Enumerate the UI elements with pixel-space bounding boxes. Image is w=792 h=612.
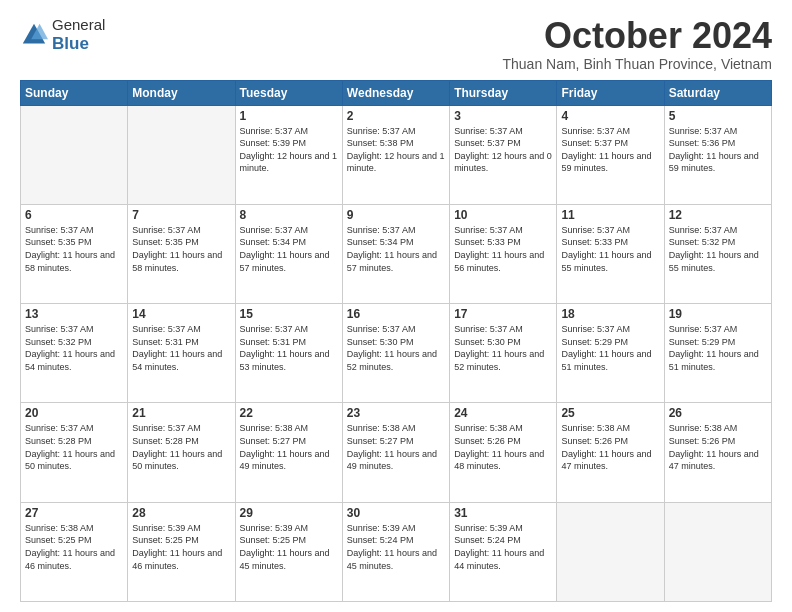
table-row: 12Sunrise: 5:37 AMSunset: 5:32 PMDayligh… [664, 204, 771, 303]
day-detail: Sunrise: 5:37 AMSunset: 5:31 PMDaylight:… [240, 323, 338, 373]
day-number: 31 [454, 506, 552, 520]
calendar-week-row: 1Sunrise: 5:37 AMSunset: 5:39 PMDaylight… [21, 105, 772, 204]
table-row: 13Sunrise: 5:37 AMSunset: 5:32 PMDayligh… [21, 304, 128, 403]
table-row [128, 105, 235, 204]
table-row: 10Sunrise: 5:37 AMSunset: 5:33 PMDayligh… [450, 204, 557, 303]
day-detail: Sunrise: 5:37 AMSunset: 5:30 PMDaylight:… [347, 323, 445, 373]
day-detail: Sunrise: 5:38 AMSunset: 5:25 PMDaylight:… [25, 522, 123, 572]
logo-general: General [52, 16, 105, 34]
day-number: 17 [454, 307, 552, 321]
table-row: 16Sunrise: 5:37 AMSunset: 5:30 PMDayligh… [342, 304, 449, 403]
col-tuesday: Tuesday [235, 80, 342, 105]
day-detail: Sunrise: 5:38 AMSunset: 5:27 PMDaylight:… [347, 422, 445, 472]
table-row: 21Sunrise: 5:37 AMSunset: 5:28 PMDayligh… [128, 403, 235, 502]
calendar-header-row: Sunday Monday Tuesday Wednesday Thursday… [21, 80, 772, 105]
day-number: 13 [25, 307, 123, 321]
calendar-week-row: 13Sunrise: 5:37 AMSunset: 5:32 PMDayligh… [21, 304, 772, 403]
table-row: 19Sunrise: 5:37 AMSunset: 5:29 PMDayligh… [664, 304, 771, 403]
table-row [557, 502, 664, 601]
table-row: 5Sunrise: 5:37 AMSunset: 5:36 PMDaylight… [664, 105, 771, 204]
calendar-table: Sunday Monday Tuesday Wednesday Thursday… [20, 80, 772, 602]
table-row: 4Sunrise: 5:37 AMSunset: 5:37 PMDaylight… [557, 105, 664, 204]
day-detail: Sunrise: 5:37 AMSunset: 5:29 PMDaylight:… [561, 323, 659, 373]
day-detail: Sunrise: 5:37 AMSunset: 5:28 PMDaylight:… [132, 422, 230, 472]
table-row [664, 502, 771, 601]
title-section: October 2024 Thuan Nam, Binh Thuan Provi… [502, 16, 772, 72]
day-number: 18 [561, 307, 659, 321]
day-detail: Sunrise: 5:39 AMSunset: 5:25 PMDaylight:… [132, 522, 230, 572]
day-number: 22 [240, 406, 338, 420]
table-row: 11Sunrise: 5:37 AMSunset: 5:33 PMDayligh… [557, 204, 664, 303]
day-number: 27 [25, 506, 123, 520]
day-detail: Sunrise: 5:37 AMSunset: 5:35 PMDaylight:… [132, 224, 230, 274]
table-row: 30Sunrise: 5:39 AMSunset: 5:24 PMDayligh… [342, 502, 449, 601]
day-detail: Sunrise: 5:37 AMSunset: 5:29 PMDaylight:… [669, 323, 767, 373]
table-row: 18Sunrise: 5:37 AMSunset: 5:29 PMDayligh… [557, 304, 664, 403]
day-number: 20 [25, 406, 123, 420]
table-row [21, 105, 128, 204]
day-number: 14 [132, 307, 230, 321]
table-row: 27Sunrise: 5:38 AMSunset: 5:25 PMDayligh… [21, 502, 128, 601]
day-detail: Sunrise: 5:38 AMSunset: 5:26 PMDaylight:… [561, 422, 659, 472]
day-number: 5 [669, 109, 767, 123]
day-detail: Sunrise: 5:37 AMSunset: 5:32 PMDaylight:… [25, 323, 123, 373]
day-detail: Sunrise: 5:37 AMSunset: 5:39 PMDaylight:… [240, 125, 338, 175]
table-row: 26Sunrise: 5:38 AMSunset: 5:26 PMDayligh… [664, 403, 771, 502]
header: General Blue October 2024 Thuan Nam, Bin… [20, 16, 772, 72]
table-row: 3Sunrise: 5:37 AMSunset: 5:37 PMDaylight… [450, 105, 557, 204]
table-row: 8Sunrise: 5:37 AMSunset: 5:34 PMDaylight… [235, 204, 342, 303]
logo-icon [20, 21, 48, 49]
day-number: 19 [669, 307, 767, 321]
day-number: 25 [561, 406, 659, 420]
day-number: 4 [561, 109, 659, 123]
day-detail: Sunrise: 5:37 AMSunset: 5:35 PMDaylight:… [25, 224, 123, 274]
logo-blue: Blue [52, 34, 105, 54]
day-number: 8 [240, 208, 338, 222]
day-detail: Sunrise: 5:37 AMSunset: 5:34 PMDaylight:… [347, 224, 445, 274]
day-detail: Sunrise: 5:37 AMSunset: 5:37 PMDaylight:… [561, 125, 659, 175]
table-row: 24Sunrise: 5:38 AMSunset: 5:26 PMDayligh… [450, 403, 557, 502]
day-number: 29 [240, 506, 338, 520]
day-number: 12 [669, 208, 767, 222]
table-row: 7Sunrise: 5:37 AMSunset: 5:35 PMDaylight… [128, 204, 235, 303]
table-row: 15Sunrise: 5:37 AMSunset: 5:31 PMDayligh… [235, 304, 342, 403]
calendar-week-row: 20Sunrise: 5:37 AMSunset: 5:28 PMDayligh… [21, 403, 772, 502]
table-row: 28Sunrise: 5:39 AMSunset: 5:25 PMDayligh… [128, 502, 235, 601]
day-detail: Sunrise: 5:38 AMSunset: 5:27 PMDaylight:… [240, 422, 338, 472]
day-detail: Sunrise: 5:37 AMSunset: 5:28 PMDaylight:… [25, 422, 123, 472]
day-detail: Sunrise: 5:39 AMSunset: 5:25 PMDaylight:… [240, 522, 338, 572]
table-row: 31Sunrise: 5:39 AMSunset: 5:24 PMDayligh… [450, 502, 557, 601]
day-number: 7 [132, 208, 230, 222]
col-wednesday: Wednesday [342, 80, 449, 105]
table-row: 29Sunrise: 5:39 AMSunset: 5:25 PMDayligh… [235, 502, 342, 601]
day-number: 24 [454, 406, 552, 420]
day-number: 10 [454, 208, 552, 222]
col-monday: Monday [128, 80, 235, 105]
table-row: 6Sunrise: 5:37 AMSunset: 5:35 PMDaylight… [21, 204, 128, 303]
day-detail: Sunrise: 5:39 AMSunset: 5:24 PMDaylight:… [454, 522, 552, 572]
calendar-week-row: 27Sunrise: 5:38 AMSunset: 5:25 PMDayligh… [21, 502, 772, 601]
day-number: 15 [240, 307, 338, 321]
col-saturday: Saturday [664, 80, 771, 105]
table-row: 20Sunrise: 5:37 AMSunset: 5:28 PMDayligh… [21, 403, 128, 502]
day-detail: Sunrise: 5:37 AMSunset: 5:30 PMDaylight:… [454, 323, 552, 373]
day-detail: Sunrise: 5:38 AMSunset: 5:26 PMDaylight:… [454, 422, 552, 472]
day-number: 2 [347, 109, 445, 123]
table-row: 17Sunrise: 5:37 AMSunset: 5:30 PMDayligh… [450, 304, 557, 403]
day-number: 3 [454, 109, 552, 123]
day-detail: Sunrise: 5:37 AMSunset: 5:37 PMDaylight:… [454, 125, 552, 175]
month-title: October 2024 [502, 16, 772, 56]
day-number: 23 [347, 406, 445, 420]
day-detail: Sunrise: 5:37 AMSunset: 5:32 PMDaylight:… [669, 224, 767, 274]
day-number: 9 [347, 208, 445, 222]
day-detail: Sunrise: 5:37 AMSunset: 5:31 PMDaylight:… [132, 323, 230, 373]
col-sunday: Sunday [21, 80, 128, 105]
table-row: 1Sunrise: 5:37 AMSunset: 5:39 PMDaylight… [235, 105, 342, 204]
col-thursday: Thursday [450, 80, 557, 105]
day-number: 11 [561, 208, 659, 222]
col-friday: Friday [557, 80, 664, 105]
day-detail: Sunrise: 5:37 AMSunset: 5:33 PMDaylight:… [561, 224, 659, 274]
day-number: 6 [25, 208, 123, 222]
table-row: 23Sunrise: 5:38 AMSunset: 5:27 PMDayligh… [342, 403, 449, 502]
table-row: 22Sunrise: 5:38 AMSunset: 5:27 PMDayligh… [235, 403, 342, 502]
